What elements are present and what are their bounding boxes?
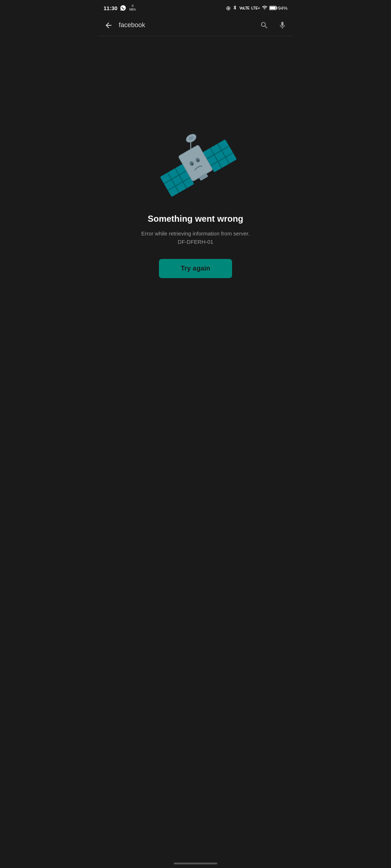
main-content: Something went wrong Error while retriev…: [98, 36, 293, 362]
status-left: 11:30 0kB/s: [104, 4, 136, 12]
back-button[interactable]: [102, 19, 115, 32]
try-again-button[interactable]: Try again: [159, 259, 232, 278]
error-description: Error while retrieving information from …: [141, 230, 249, 246]
status-bar: 11:30 0kB/s ⊕ VoLTE LTE+: [98, 0, 293, 14]
svg-rect-1: [277, 7, 277, 9]
search-input-container[interactable]: [119, 21, 254, 29]
voice-search-button[interactable]: [276, 19, 289, 32]
search-actions: [258, 19, 289, 32]
search-input[interactable]: [119, 21, 254, 29]
error-description-text: Error while retrieving information from …: [141, 230, 249, 245]
battery-percent: 94%: [278, 5, 287, 11]
battery-icon: 94%: [269, 5, 287, 11]
search-button[interactable]: [258, 19, 271, 32]
svg-rect-2: [270, 7, 276, 9]
whatsapp-icon: [119, 4, 127, 12]
data-speed-icon: 0kB/s: [129, 4, 136, 12]
search-bar: [98, 14, 293, 36]
status-right: ⊕ VoLTE LTE+ 94%: [226, 4, 287, 12]
lte-icon: LTE+: [251, 6, 260, 10]
status-time: 11:30: [104, 5, 117, 11]
bluetooth-icon: [232, 4, 237, 12]
gps-icon: ⊕: [226, 5, 231, 12]
signal-icon: [262, 5, 268, 11]
error-title: Something went wrong: [148, 214, 243, 224]
satellite-illustration: [152, 127, 239, 199]
volte-icon: VoLTE: [239, 6, 249, 10]
